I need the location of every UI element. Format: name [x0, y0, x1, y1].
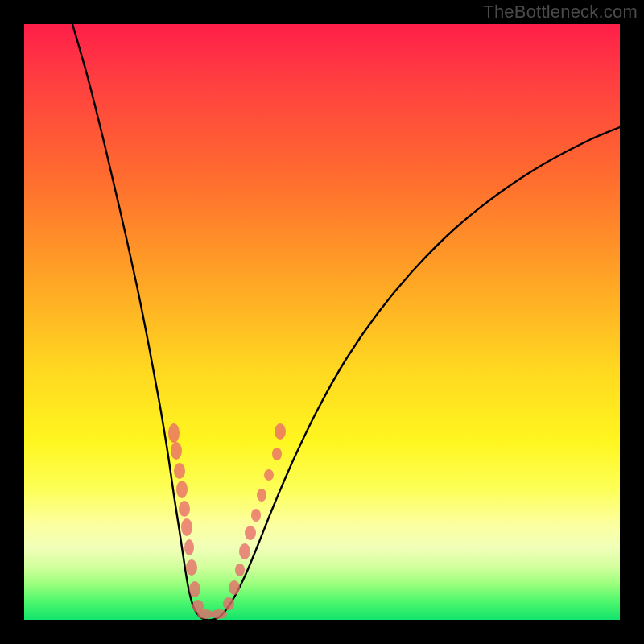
data-point: [179, 501, 190, 517]
data-point: [168, 423, 180, 443]
curve-svg: [24, 24, 620, 620]
data-point: [272, 448, 282, 460]
chart-frame: TheBottleneck.com: [0, 0, 644, 644]
data-point: [245, 526, 256, 540]
data-point: [189, 581, 200, 597]
data-point: [174, 463, 185, 479]
plot-area: [24, 24, 620, 620]
data-point: [264, 469, 274, 481]
data-point: [181, 518, 192, 536]
watermark-text: TheBottleneck.com: [483, 2, 638, 23]
data-point: [176, 481, 188, 498]
bottleneck-curve: [72, 24, 620, 620]
data-point: [257, 489, 266, 502]
data-point: [229, 580, 240, 595]
data-point: [235, 564, 245, 576]
data-point: [239, 543, 250, 559]
data-point: [223, 597, 234, 610]
data-point: [171, 442, 182, 460]
data-point: [211, 609, 227, 619]
data-point: [275, 423, 286, 440]
data-point: [186, 559, 197, 576]
data-point: [251, 509, 261, 522]
data-point: [184, 539, 194, 555]
